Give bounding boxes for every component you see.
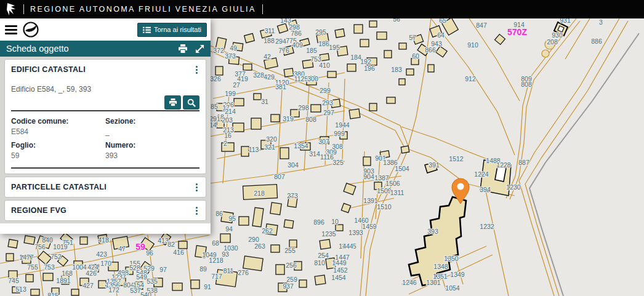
cadastral-building: [284, 220, 294, 228]
parcel-number-label: 1224: [474, 170, 489, 178]
parcel-number-label: 89: [199, 265, 207, 273]
cadastral-building: [387, 97, 395, 103]
parcel-number-label: 1891: [56, 277, 71, 284]
kebab-menu-icon[interactable]: [194, 183, 199, 192]
parcel-number-label: 513: [15, 286, 26, 293]
parcel-number-label: 1459: [362, 223, 377, 230]
parcel-number-label: 94: [225, 225, 233, 233]
parcel-number-label: 1354: [294, 142, 308, 150]
parcel-number-label: 254: [318, 252, 329, 259]
parcel-number-label: 1391: [363, 197, 378, 204]
parcel-number-label: 896: [313, 218, 324, 226]
parcel-number-label: 47: [118, 245, 126, 252]
parcel-number-label: 1348: [433, 263, 448, 270]
cadastral-building: [399, 79, 405, 85]
cadastral-building: [241, 146, 249, 156]
expand-icon[interactable]: [195, 44, 204, 54]
parcel-number-label: 1235: [321, 230, 336, 238]
parcel-number-label: 808: [305, 116, 316, 123]
parcel-number-label: 808: [521, 81, 532, 88]
parcel-number-label: 391: [429, 161, 440, 169]
card-particelle-catastali[interactable]: PARTICELLE CATASTALI: [4, 177, 206, 198]
scheda-oggetto-panel: Torna ai risultati Scheda oggetto EDIFIC…: [0, 18, 211, 234]
parcel-number-label: 810: [314, 259, 325, 266]
parcel-number-label: 886: [591, 38, 602, 45]
fvg-eagle-icon: [5, 2, 17, 16]
cadastral-building: [251, 118, 261, 129]
parcel-number-label: 183: [391, 66, 402, 73]
panel-toolbar: Torna ai risultati: [0, 18, 211, 41]
parcel-number-label: 60: [412, 52, 419, 60]
parcel-number-label: 1230: [506, 183, 521, 191]
parcel-number-label: 263: [254, 242, 265, 250]
result-print-button[interactable]: [164, 95, 181, 110]
parcel-number-label: 393: [427, 228, 438, 235]
result-summary: Edificio E584, _, 59, 393: [11, 85, 199, 94]
parcel-number-label: 311: [265, 27, 275, 34]
parcel-number-label: 49: [230, 44, 237, 52]
parcel-number-label: 1004: [72, 263, 87, 271]
parcel-number-label: 1444: [339, 242, 353, 250]
parcel-number-label: 1116: [320, 153, 334, 161]
parcel-number-label: 427: [83, 282, 94, 289]
cadastral-building: [335, 29, 345, 38]
parcel-number-label: 325: [332, 159, 344, 166]
parcel-number-label: 27: [233, 81, 240, 89]
back-to-results-button[interactable]: Torna ai risultati: [137, 23, 207, 37]
parcel-number-label: 96: [146, 249, 153, 257]
parcel-number-label: 1349: [450, 271, 465, 278]
parcel-number-label: 1944: [335, 121, 350, 129]
parcel-number-label: 328: [253, 71, 264, 79]
cadastral-building: [8, 239, 18, 248]
cadastral-building: [328, 71, 336, 78]
cadastral-building: [311, 105, 321, 112]
parcel-number-label: 373: [225, 52, 236, 60]
parcel-number-label: 214: [225, 108, 236, 115]
cadastral-building: [233, 123, 244, 132]
parcel-number-label: 86: [215, 210, 223, 217]
cadastral-building: [31, 289, 39, 295]
kebab-menu-icon[interactable]: [194, 65, 199, 74]
sheet-code-label: 570Z: [507, 27, 527, 37]
parcel-number-label: 1054: [445, 284, 460, 292]
menu-hamburger-icon[interactable]: [5, 25, 17, 34]
cadastral-building: [363, 157, 371, 166]
cadastral-building: [271, 245, 280, 252]
cadastral-building: [369, 21, 377, 27]
parcel-number-label: 549: [136, 273, 147, 281]
parcel-number-label: 1218: [209, 257, 223, 264]
kebab-menu-icon[interactable]: [194, 206, 199, 215]
cadastral-building: [347, 64, 356, 71]
parcel-number-label: 293: [322, 99, 333, 106]
cadastral-building: [99, 281, 106, 288]
parcel-number-label: 300: [307, 75, 318, 82]
cadastral-building: [349, 109, 360, 119]
parcel-number-label: 937: [283, 282, 294, 290]
cadastral-building: [299, 280, 307, 287]
result-zoom-button[interactable]: [183, 95, 199, 110]
cadastral-building: [191, 280, 199, 289]
parcel-number-label: 1477: [19, 254, 34, 261]
card-regione-fvg[interactable]: REGIONE FVG: [4, 200, 206, 221]
print-icon[interactable]: [178, 44, 188, 54]
parcel-number-label: 97: [159, 266, 167, 273]
cadastral-building: [377, 32, 387, 39]
cadastral-building: [284, 68, 294, 77]
parcel-number-label: 95: [228, 215, 236, 222]
parcel-number-label: 185: [306, 47, 317, 54]
parcel-number-label: 887: [518, 159, 529, 166]
parcel-number-label: 1393: [348, 229, 363, 236]
cadastral-building: [401, 146, 409, 153]
parcel-number-label: 1510: [377, 203, 392, 210]
cadastral-building: [26, 274, 33, 282]
parcel-number-label: 1301: [426, 279, 441, 286]
cadastral-building: [271, 114, 280, 122]
section-title: PARTICELLE CATASTALI: [11, 183, 107, 191]
fvg-circle-logo[interactable]: [22, 21, 39, 38]
cards-area: EDIFICI CATASTALI Edificio E584, _, 59, …: [0, 57, 211, 223]
parcel-number-label: 811: [223, 267, 234, 274]
parcel-number-label: 1232: [480, 223, 494, 230]
cadastral-building: [270, 202, 281, 215]
parcel-number-label: 1512: [449, 155, 464, 162]
parcel-number-label: 1228: [496, 161, 511, 169]
